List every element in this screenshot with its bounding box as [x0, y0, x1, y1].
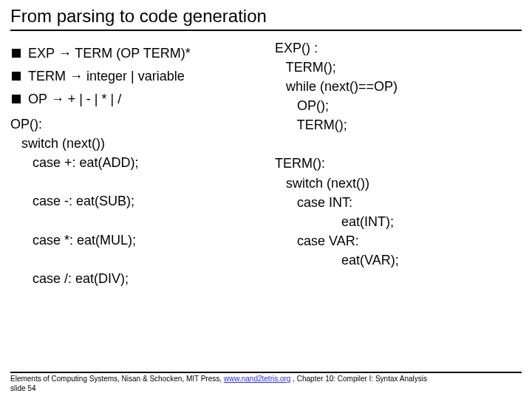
grammar-rule-term: TERM → integer | variable — [10, 69, 257, 84]
bullet-icon — [12, 49, 21, 58]
grammar-rule-op: OP → + | - | * | / — [10, 92, 257, 107]
grammar-text: OP → + | - | * | / — [28, 92, 121, 107]
grammar-list: EXP → TERM (OP TERM)* TERM → integer | v… — [10, 46, 257, 107]
footer-pre: Elements of Computing Systems, Nisan & S… — [10, 375, 224, 383]
left-column: EXP → TERM (OP TERM)* TERM → integer | v… — [10, 38, 257, 288]
exp-pseudocode: EXP() : TERM(); while (next()==OP) OP();… — [275, 38, 522, 134]
grammar-text: TERM → integer | variable — [28, 69, 185, 84]
content-columns: EXP → TERM (OP TERM)* TERM → integer | v… — [10, 38, 522, 288]
grammar-rule-exp: EXP → TERM (OP TERM)* — [10, 46, 257, 61]
term-pseudocode: TERM(): switch (next()) case INT: eat(IN… — [275, 154, 522, 270]
slide-footer: Elements of Computing Systems, Nisan & S… — [10, 372, 522, 393]
op-pseudocode: OP(): switch (next()) case +: eat(ADD); … — [10, 115, 257, 288]
footer-link[interactable]: www.nand2tetris.org — [224, 375, 291, 383]
bullet-icon — [12, 72, 21, 81]
grammar-text: EXP → TERM (OP TERM)* — [28, 46, 191, 61]
slide-title: From parsing to code generation — [10, 6, 522, 31]
right-column: EXP() : TERM(); while (next()==OP) OP();… — [275, 38, 522, 288]
bullet-icon — [12, 95, 21, 103]
slide-number: slide 54 — [10, 384, 35, 392]
footer-post: , Chapter 10: Compiler I: Syntax Analysi… — [290, 375, 427, 383]
